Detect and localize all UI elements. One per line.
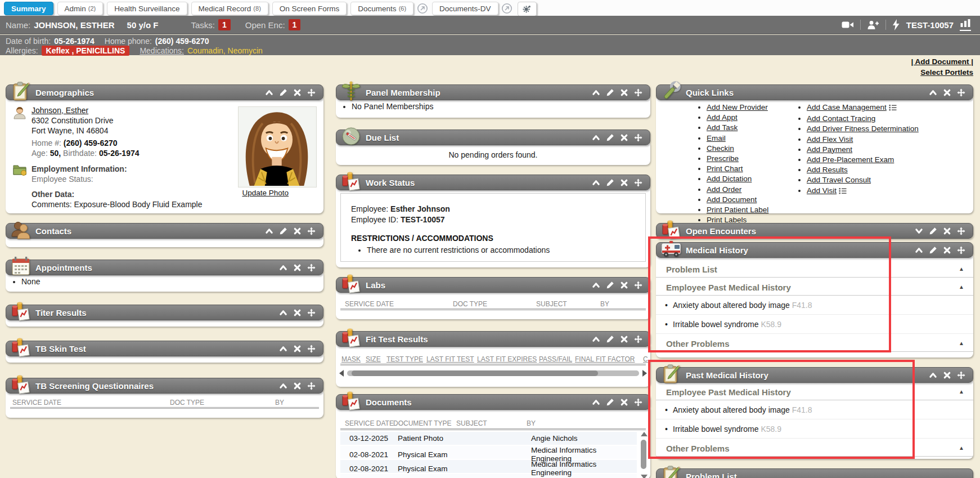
quick-link[interactable]: Add Payment <box>807 145 852 154</box>
quick-link[interactable]: Add Order <box>707 185 741 194</box>
scrollbar-thumb[interactable] <box>641 440 646 469</box>
lightning-bolt-icon[interactable] <box>892 19 900 30</box>
titer-results-header[interactable]: Titer Results <box>6 305 323 320</box>
open-encounters-header[interactable]: Open Encounters <box>656 223 973 239</box>
section-collapse-icon[interactable]: ▲ <box>959 388 964 395</box>
due-list-header[interactable]: Due List <box>336 129 650 145</box>
problem-item[interactable]: • Anxiety about altered body image F41.8 <box>656 400 973 419</box>
video-camera-icon[interactable] <box>842 20 854 29</box>
collapse-icon[interactable] <box>592 133 600 142</box>
close-icon[interactable] <box>620 88 628 97</box>
collapse-icon[interactable] <box>915 246 923 254</box>
scroll-down-icon[interactable] <box>641 475 648 478</box>
quick-link[interactable]: Add Results <box>807 166 848 174</box>
close-icon[interactable] <box>943 88 951 97</box>
collapse-icon[interactable] <box>929 88 937 97</box>
move-icon[interactable] <box>307 263 316 272</box>
work-status-header[interactable]: Work Status <box>336 175 650 190</box>
close-icon[interactable] <box>620 398 628 406</box>
popout-icon[interactable] <box>416 2 428 14</box>
move-icon[interactable] <box>957 371 965 379</box>
quick-link[interactable]: Add Document <box>707 195 757 204</box>
close-icon[interactable] <box>293 382 302 390</box>
edit-icon[interactable] <box>606 88 614 97</box>
add-document-link[interactable]: | Add Document | <box>911 56 973 67</box>
scroll-left-icon[interactable] <box>339 370 344 377</box>
move-icon[interactable] <box>957 227 965 235</box>
move-icon[interactable] <box>634 335 642 343</box>
select-portlets-link[interactable]: Select Portlets <box>911 67 973 78</box>
collapse-icon[interactable] <box>279 345 287 353</box>
quick-link[interactable]: Print Patient Label <box>707 206 768 214</box>
close-icon[interactable] <box>620 335 628 343</box>
section-collapse-icon[interactable]: ▲ <box>959 284 964 290</box>
appointments-header[interactable]: Appointments <box>6 260 323 275</box>
list-icon[interactable] <box>839 187 847 196</box>
collapse-icon[interactable] <box>265 88 273 97</box>
column-header-sort[interactable]: MASK <box>341 355 361 363</box>
move-icon[interactable] <box>307 345 316 353</box>
documents-header[interactable]: Documents <box>336 394 650 410</box>
close-icon[interactable] <box>293 309 302 317</box>
quick-link[interactable]: Add New Provider <box>707 103 768 111</box>
tasks-count-badge[interactable]: 1 <box>218 19 231 30</box>
panel-membership-header[interactable]: Panel Membership <box>336 84 650 100</box>
section-collapse-icon[interactable]: ▲ <box>959 340 964 346</box>
collapse-icon[interactable] <box>592 281 600 289</box>
close-icon[interactable] <box>293 88 302 97</box>
edit-icon[interactable] <box>279 88 287 97</box>
medical-history-header[interactable]: Medical History <box>656 242 973 258</box>
collapse-icon[interactable] <box>592 335 600 343</box>
update-photo-link[interactable]: Update Photo <box>242 189 289 197</box>
tab-health-surveillance[interactable]: Health Surveillance <box>107 2 187 15</box>
move-icon[interactable] <box>634 133 642 142</box>
problem-item[interactable]: • Anxiety about altered body image F41.8 <box>656 296 973 315</box>
close-icon[interactable] <box>943 227 951 235</box>
edit-icon[interactable] <box>606 335 614 343</box>
table-row[interactable]: 02-08-2021 Physical Exam Medical Informa… <box>340 446 637 459</box>
allergies-badge[interactable]: Keflex , PENICILLINS <box>42 46 130 56</box>
collapse-icon[interactable] <box>279 382 287 390</box>
tab-medical-record[interactable]: Medical Record(8) <box>191 2 268 15</box>
quick-link[interactable]: Print Chart <box>707 164 743 173</box>
move-icon[interactable] <box>957 246 965 254</box>
quick-links-header[interactable]: Quick Links <box>656 84 973 100</box>
tb-screening-header[interactable]: TB Screening Questionnaires <box>6 378 323 394</box>
fit-test-results-header[interactable]: Fit Test Results <box>336 331 650 347</box>
quick-link[interactable]: Add Dictation <box>707 175 752 183</box>
section-collapse-icon[interactable]: ▲ <box>959 445 964 451</box>
table-row[interactable]: 02-08-2021 Physical Exam Medical Informa… <box>340 460 637 473</box>
quick-link[interactable]: Add Appt <box>707 113 738 122</box>
quick-link[interactable]: Add Visit <box>807 186 837 195</box>
popout-icon[interactable] <box>501 2 513 14</box>
scrollbar-thumb[interactable] <box>352 370 598 376</box>
collapse-icon[interactable] <box>279 263 287 272</box>
collapse-icon[interactable] <box>592 398 600 406</box>
quick-link[interactable]: Email <box>707 134 726 142</box>
close-icon[interactable] <box>293 227 302 235</box>
edit-icon[interactable] <box>606 281 614 289</box>
edit-icon[interactable] <box>929 227 937 235</box>
collapse-icon[interactable] <box>592 88 600 97</box>
quick-link[interactable]: Add Flex Visit <box>807 135 853 144</box>
edit-icon[interactable] <box>929 246 937 254</box>
close-icon[interactable] <box>620 178 628 187</box>
move-icon[interactable] <box>634 178 642 187</box>
close-icon[interactable] <box>293 263 302 272</box>
flowsheet-chart-icon[interactable] <box>960 19 971 31</box>
column-header-sort[interactable]: SIZE <box>366 355 381 363</box>
list-icon[interactable] <box>889 104 897 113</box>
column-header-sort[interactable]: TEST TYPE <box>386 355 423 363</box>
column-header-sort[interactable]: PASS/FAIL <box>539 355 572 363</box>
quick-link[interactable]: Add Pre-Placement Exam <box>807 155 894 164</box>
move-icon[interactable] <box>957 88 965 97</box>
table-row[interactable]: 03-12-2025 Patient Photo Angie Nichols <box>340 432 637 445</box>
move-icon[interactable] <box>307 309 316 317</box>
add-person-icon[interactable] <box>867 20 879 30</box>
edit-icon[interactable] <box>606 178 614 187</box>
edit-icon[interactable] <box>606 398 614 406</box>
close-icon[interactable] <box>620 281 628 289</box>
section-collapse-icon[interactable]: ▲ <box>959 266 964 272</box>
problem-list-header[interactable]: Problem List <box>656 468 973 478</box>
open-enc-count-badge[interactable]: 1 <box>289 19 301 30</box>
